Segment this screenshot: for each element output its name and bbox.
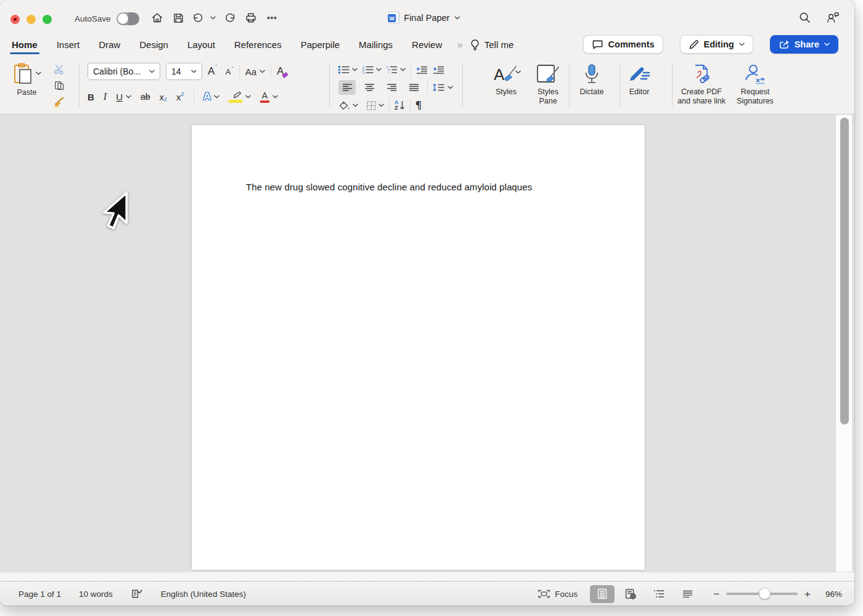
align-right-button[interactable] xyxy=(383,80,400,95)
search-button[interactable] xyxy=(798,11,811,26)
line-spacing-button[interactable] xyxy=(433,83,444,92)
document-title[interactable]: Final Paper xyxy=(388,12,460,23)
horizontal-scroll-strip[interactable] xyxy=(0,572,854,581)
outline-view-button[interactable] xyxy=(647,585,671,603)
font-name-select[interactable]: Calibri (Bo... xyxy=(88,63,160,80)
subscript-button[interactable]: x2 xyxy=(160,92,168,102)
zoom-slider-knob[interactable] xyxy=(759,588,771,599)
numbering-button[interactable]: 123 xyxy=(362,65,374,74)
draft-view-button[interactable] xyxy=(675,585,700,603)
highlight-button[interactable] xyxy=(229,91,251,103)
justify-button[interactable] xyxy=(405,80,422,95)
bullets-button[interactable] xyxy=(338,65,350,74)
undo-menu-chevron[interactable] xyxy=(208,10,218,26)
show-paragraph-marks-button[interactable]: ¶ xyxy=(415,99,422,111)
chevron-down-icon[interactable] xyxy=(352,68,358,71)
text-effects-button[interactable]: A xyxy=(203,91,219,103)
autosave-toggle[interactable] xyxy=(117,12,139,25)
divider xyxy=(411,63,411,76)
clear-formatting-button[interactable]: A xyxy=(277,65,284,78)
autosave-label: AutoSave xyxy=(75,14,111,23)
chevron-down-icon[interactable] xyxy=(448,86,453,89)
styles-button[interactable]: A Styles xyxy=(482,62,530,97)
align-center-button[interactable] xyxy=(361,80,378,95)
minimize-window-button[interactable] xyxy=(27,15,36,24)
zoom-slider[interactable] xyxy=(726,588,798,600)
redo-button[interactable] xyxy=(221,10,239,26)
more-commands-button[interactable] xyxy=(263,10,280,26)
align-left-button[interactable] xyxy=(338,80,356,95)
print-button[interactable] xyxy=(242,10,260,26)
undo-button[interactable] xyxy=(190,10,204,26)
chevron-down-icon[interactable] xyxy=(400,68,406,71)
tab-design[interactable]: Design xyxy=(139,38,169,51)
sort-button[interactable]: AZ xyxy=(395,100,405,111)
tab-layout[interactable]: Layout xyxy=(187,38,216,51)
divider xyxy=(410,99,411,112)
bold-button[interactable]: B xyxy=(88,92,94,102)
zoom-level[interactable]: 96% xyxy=(817,590,842,599)
web-layout-view-button[interactable] xyxy=(618,585,643,603)
strikethrough-button[interactable]: ab xyxy=(141,92,150,102)
format-painter-button[interactable] xyxy=(53,97,65,108)
create-pdf-button[interactable]: Create PDFand share link xyxy=(676,62,727,106)
focus-mode-button[interactable]: Focus xyxy=(538,590,578,599)
tab-draw[interactable]: Draw xyxy=(98,38,121,51)
close-window-button[interactable] xyxy=(10,15,20,24)
multilevel-list-button[interactable]: 1ai xyxy=(387,65,398,74)
tab-paperpile[interactable]: Paperpile xyxy=(300,38,340,51)
zoom-window-button[interactable] xyxy=(43,15,52,24)
tab-references[interactable]: References xyxy=(234,38,282,51)
chevron-down-icon[interactable] xyxy=(378,103,384,107)
shading-button[interactable] xyxy=(338,101,350,110)
underline-button[interactable]: U xyxy=(116,92,131,102)
tell-me-button[interactable]: Tell me xyxy=(470,39,514,51)
divider xyxy=(194,90,194,103)
change-case-button[interactable]: Aa xyxy=(245,67,265,77)
tab-mailings[interactable]: Mailings xyxy=(358,38,393,51)
zoom-in-button[interactable]: + xyxy=(804,589,811,599)
comments-button[interactable]: Comments xyxy=(583,35,663,54)
language-status[interactable]: English (United States) xyxy=(161,590,246,599)
font-size-select[interactable]: 14 xyxy=(166,63,202,80)
grow-font-button[interactable]: Aˆ xyxy=(208,65,218,78)
document-area: The new drug slowed cognitive decline an… xyxy=(0,115,854,572)
tabs-overflow-button[interactable]: » xyxy=(457,39,463,51)
decrease-indent-button[interactable] xyxy=(416,66,428,74)
print-layout-view-button[interactable] xyxy=(590,585,615,603)
increase-indent-button[interactable] xyxy=(433,66,444,74)
screen: AutoSave xyxy=(0,0,863,616)
superscript-button[interactable]: x2 xyxy=(176,92,184,102)
borders-button[interactable] xyxy=(367,101,376,110)
chevron-down-icon[interactable] xyxy=(353,103,358,107)
dictate-button[interactable]: Dictate xyxy=(568,62,615,97)
tab-review[interactable]: Review xyxy=(411,38,443,51)
shrink-font-button[interactable]: Aˇ xyxy=(226,67,234,76)
spellcheck-status-button[interactable] xyxy=(131,588,143,599)
editing-mode-button[interactable]: Editing xyxy=(680,35,753,54)
share-people-button[interactable] xyxy=(826,11,840,26)
chevron-down-icon xyxy=(149,70,155,73)
scrollbar-thumb[interactable] xyxy=(840,118,849,424)
save-button[interactable] xyxy=(170,10,187,26)
italic-button[interactable]: I xyxy=(104,91,107,102)
editor-button[interactable]: Editor xyxy=(616,62,663,97)
zoom-out-button[interactable]: − xyxy=(713,589,719,599)
copy-button[interactable] xyxy=(53,80,65,91)
document-text[interactable]: The new drug slowed cognitive decline an… xyxy=(246,182,532,192)
share-button[interactable]: Share xyxy=(770,35,838,54)
word-count[interactable]: 10 words xyxy=(79,590,113,599)
home-button[interactable] xyxy=(149,10,166,26)
tab-insert[interactable]: Insert xyxy=(56,38,81,51)
chevron-down-icon[interactable] xyxy=(376,68,382,71)
request-signatures-button[interactable]: RequestSignatures xyxy=(730,62,780,106)
spellcheck-icon xyxy=(131,588,143,599)
cut-button[interactable] xyxy=(53,64,65,75)
document-page[interactable]: The new drug slowed cognitive decline an… xyxy=(192,125,645,570)
font-color-button[interactable]: A xyxy=(260,91,278,103)
paste-button[interactable]: Paste xyxy=(12,63,41,97)
tab-home[interactable]: Home xyxy=(11,38,38,51)
page-count[interactable]: Page 1 of 1 xyxy=(18,590,61,599)
vertical-scrollbar[interactable] xyxy=(835,115,852,572)
styles-pane-button[interactable]: StylesPane xyxy=(524,62,572,106)
